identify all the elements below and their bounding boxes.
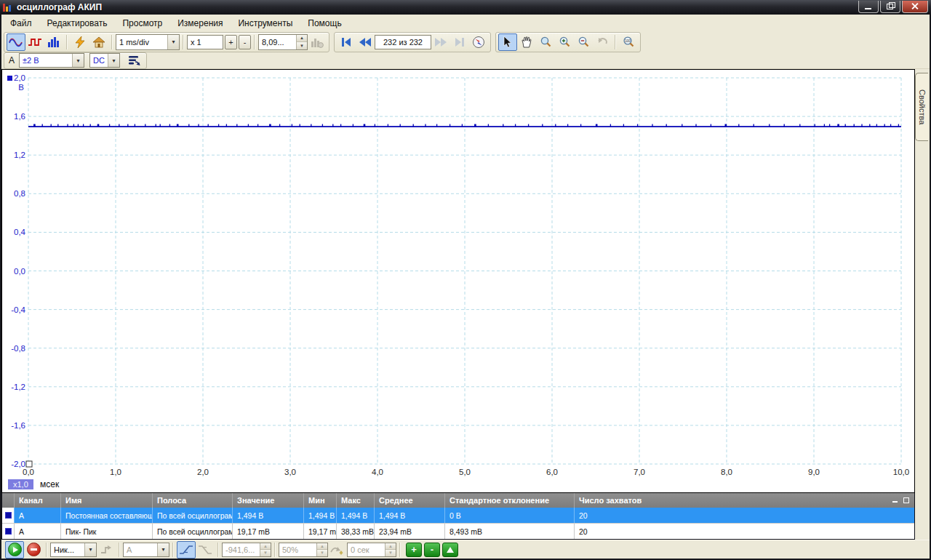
falling-slope-icon [198,544,212,556]
col-max[interactable]: Макс [336,493,374,508]
square-view-button[interactable] [25,33,44,51]
separator [119,543,120,557]
table-row[interactable]: A Постоянная составляющая По всей осцилл… [2,508,914,523]
last-record-button[interactable] [450,33,469,51]
menu-edit[interactable]: Редактировать [41,16,114,31]
menu-measurements[interactable]: Измерения [171,16,229,31]
scale-value: x 1 [191,38,201,47]
trigger-level-spinner[interactable]: -941,6... ▲▼ [222,543,271,557]
spin-down-icon[interactable]: ▼ [260,550,271,556]
spin-up-icon[interactable]: ▲ [297,35,307,43]
cell-channel: A [14,508,60,523]
trigger-mode-combo[interactable]: Ник... ▾ [50,543,97,557]
col-band[interactable]: Полоса [152,493,232,508]
collapse-panel-button[interactable] [442,543,458,557]
coupling-combo[interactable]: DC ▾ [89,53,120,68]
svg-text:1,2: 1,2 [14,151,25,159]
col-min[interactable]: Мин [303,493,336,508]
table-row[interactable]: A Пик- Пик По всей осциллограмме 19,17 m… [2,523,914,539]
home-button[interactable] [89,33,108,51]
col-name[interactable]: Имя [60,493,152,508]
spin-down-icon[interactable]: ▼ [297,42,307,49]
timebase-combo[interactable]: 1 ms/div ▾ [116,34,180,50]
cell-max: 38,33 mB [336,524,374,539]
histogram-view-button[interactable] [44,33,63,51]
col-channel[interactable]: Канал [14,493,60,508]
col-mean[interactable]: Среднее [374,493,444,508]
chevron-down-icon: ▾ [157,543,169,556]
zoom-in-button[interactable] [555,33,574,51]
cell-band: По всей осциллограмме [152,508,232,523]
menu-file[interactable]: Файл [4,16,39,31]
svg-text:9,0: 9,0 [808,468,820,476]
compass-icon [472,36,485,49]
first-record-button[interactable] [337,33,356,51]
scale-decrease-button[interactable]: - [239,35,251,49]
close-button[interactable] [902,1,928,13]
add-measurement-button[interactable]: + [406,543,422,557]
analog-view-button[interactable] [7,33,25,51]
undo-zoom-button[interactable] [593,33,612,51]
trigger-source-combo[interactable]: A ▾ [123,543,169,557]
panel-minimize-button[interactable] [892,497,899,504]
panel-maximize-button[interactable] [903,497,910,504]
scale-field[interactable]: x 1 [187,35,223,49]
svg-text:10,0: 10,0 [893,468,909,476]
previous-record-button[interactable] [356,33,375,51]
close-icon [912,3,918,9]
zoom-out-button[interactable] [574,33,593,51]
single-trigger-button[interactable] [97,541,116,559]
menu-view[interactable]: Просмотр [116,16,169,31]
navigator-button[interactable] [469,33,488,51]
scale-increase-button[interactable]: + [225,35,237,49]
stop-button[interactable] [24,541,43,559]
svg-text:В: В [18,83,24,92]
zoom-out-icon [577,36,590,48]
remove-measurement-button[interactable]: - [424,543,440,557]
spin-up-icon[interactable]: ▲ [317,543,327,551]
spin-down-icon[interactable]: ▼ [317,550,327,556]
select-tool-button[interactable] [498,33,517,51]
record-position-field[interactable]: 232 из 232 [375,35,431,49]
offset-spinner[interactable]: 8,09... ▲▼ [258,34,308,50]
col-value[interactable]: Значение [232,493,303,508]
pan-tool-button[interactable] [517,33,536,51]
minimize-icon [865,8,871,9]
zoom-window-button[interactable] [536,33,555,51]
spin-up-icon[interactable]: ▲ [260,543,271,551]
holdoff-spinner[interactable]: 0 сек ▲▼ [347,543,396,557]
spin-down-icon[interactable]: ▼ [385,550,396,556]
separator [66,35,68,49]
sine-wave-icon [9,36,23,48]
menu-help[interactable]: Помощь [301,16,348,31]
cursor-icon [503,36,513,48]
col-captures[interactable]: Число захватов [574,493,914,508]
cell-stdev: 0 В [444,508,574,523]
zoom-100-button[interactable]: 100 [619,33,638,51]
pretrigger-spinner[interactable]: 50% ▲▼ [279,543,328,557]
falling-edge-button[interactable] [196,541,215,559]
properties-tab[interactable]: Свойства [915,73,928,141]
persistence-button[interactable] [308,33,327,51]
col-stdev[interactable]: Стандартное отклонение [444,493,574,508]
holdoff-mode-button[interactable] [328,541,347,559]
channel-options-button[interactable] [125,53,144,68]
tools-group: 100 [495,32,641,52]
spin-up-icon[interactable]: ▲ [385,543,396,551]
next-record-button[interactable] [431,33,450,51]
restore-button[interactable] [880,1,900,13]
auto-setup-button[interactable] [71,33,89,51]
oscilloscope-plot[interactable]: 2,01,61,20,80,40,0-0,4-0,8-1,2-1,6-2,0В0… [1,69,915,493]
cell-channel: A [14,524,60,539]
range-combo[interactable]: ±2 В ▾ [19,53,84,68]
menu-tools[interactable]: Инструменты [231,16,299,31]
channel-color-indicator [2,524,14,539]
svg-text:2,0: 2,0 [14,73,25,82]
time-scale-badge[interactable]: x1,0 [8,479,33,489]
cell-band: По всей осциллограмме [152,524,232,539]
minimize-button[interactable] [858,1,879,13]
start-button[interactable] [5,541,24,559]
trigger-bar: Ник... ▾ A ▾ -9 [1,540,930,559]
rising-edge-button[interactable] [177,541,196,559]
svg-text:2,0: 2,0 [197,468,209,476]
